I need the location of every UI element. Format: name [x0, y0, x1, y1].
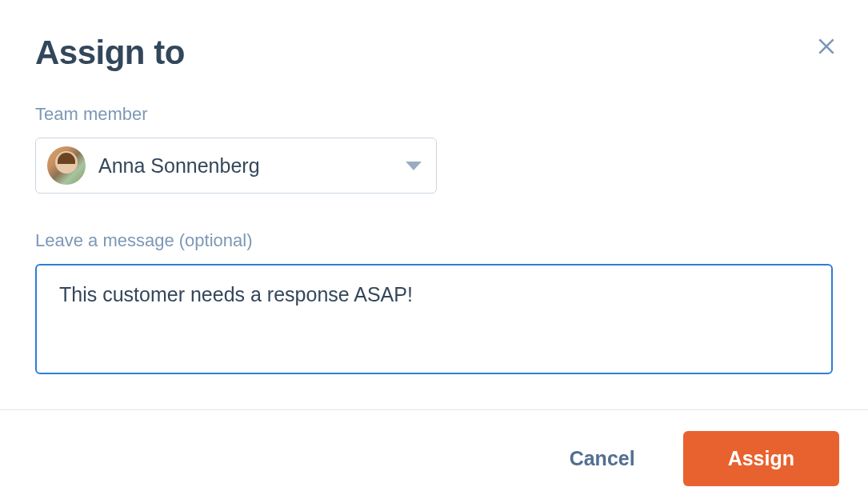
message-label: Leave a message (optional)	[35, 230, 833, 251]
modal-title: Assign to	[35, 34, 833, 72]
modal-footer: Cancel Assign	[0, 409, 868, 499]
chevron-down-icon	[406, 162, 422, 170]
close-icon	[816, 36, 837, 57]
cancel-button[interactable]: Cancel	[566, 439, 638, 478]
assign-button[interactable]: Assign	[683, 431, 839, 486]
team-member-label: Team member	[35, 104, 833, 125]
avatar	[47, 146, 86, 185]
message-textarea[interactable]	[35, 264, 833, 374]
team-member-select[interactable]: Anna Sonnenberg	[35, 138, 437, 194]
selected-member-name: Anna Sonnenberg	[98, 154, 406, 178]
close-button[interactable]	[814, 34, 839, 59]
